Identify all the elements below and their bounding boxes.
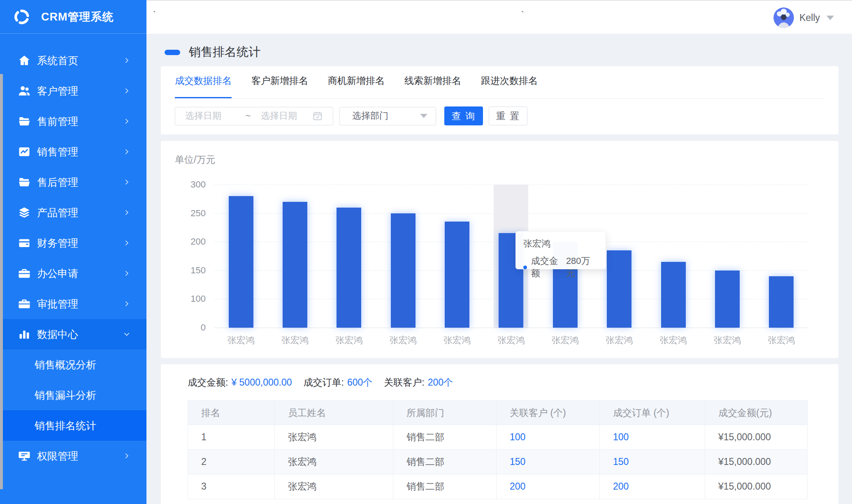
tab-跟进次数排名[interactable]: 跟进次数排名 bbox=[481, 74, 538, 98]
date-end-input[interactable]: 选择日期 bbox=[261, 110, 311, 122]
bar-series bbox=[214, 185, 808, 328]
bar[interactable] bbox=[337, 208, 361, 328]
bar[interactable] bbox=[391, 213, 416, 328]
tab-成交数据排名[interactable]: 成交数据排名 bbox=[175, 74, 232, 98]
sidebar-item-数据中心[interactable]: 数据中心 bbox=[0, 319, 146, 349]
bar-chart-icon bbox=[18, 328, 30, 340]
sidebar-item-办公申请[interactable]: 办公申请 bbox=[0, 258, 146, 289]
bar[interactable] bbox=[661, 262, 686, 328]
department-select[interactable]: 选择部门 bbox=[339, 107, 436, 125]
chart-bar-slot[interactable] bbox=[376, 185, 430, 328]
tab-客户新增排名[interactable]: 客户新增排名 bbox=[251, 74, 308, 98]
date-range-picker[interactable]: 选择日期 ~ 选择日期 bbox=[175, 107, 333, 125]
sidebar-item-label: 审批管理 bbox=[37, 297, 123, 311]
cell-name: 张宏鸿 bbox=[275, 450, 393, 474]
sidebar-item-审批管理[interactable]: 审批管理 bbox=[0, 289, 146, 319]
x-axis-category-label: 张宏鸿 bbox=[646, 334, 700, 347]
chart-bar-slot[interactable] bbox=[646, 185, 700, 328]
chevron-right-icon bbox=[123, 209, 130, 216]
sidebar-item-label: 客户管理 bbox=[37, 84, 123, 98]
sidebar-scrollbar-thumb[interactable] bbox=[0, 74, 3, 489]
x-axis-category-label: 张宏鸿 bbox=[538, 334, 592, 347]
bar[interactable] bbox=[445, 222, 469, 328]
briefcase-icon bbox=[18, 298, 30, 310]
chart-bar-slot[interactable] bbox=[754, 185, 808, 328]
cell-link-customers[interactable]: 100 bbox=[497, 425, 600, 450]
folder-icon bbox=[18, 115, 30, 127]
column-header: 排名 bbox=[188, 401, 275, 425]
query-button[interactable]: 查 询 bbox=[444, 106, 483, 125]
chevron-right-icon bbox=[123, 148, 130, 155]
sidebar-item-售后管理[interactable]: 售后管理 bbox=[0, 167, 146, 197]
monitor-icon bbox=[18, 450, 30, 462]
bar-chart-plot: 0100150200250300 bbox=[214, 185, 808, 328]
bar[interactable] bbox=[607, 250, 631, 328]
table-row: 1张宏鸿销售二部100100¥15,000.000 bbox=[188, 425, 808, 450]
page-title-row: 销售排名统计 bbox=[161, 44, 838, 61]
sidebar-item-销售管理[interactable]: 销售管理 bbox=[0, 136, 146, 167]
x-axis-category-label: 张宏鸿 bbox=[430, 334, 484, 347]
avatar[interactable] bbox=[773, 7, 794, 28]
chevron-right-icon bbox=[123, 270, 130, 277]
chart-bar-slot[interactable] bbox=[268, 185, 322, 328]
bar[interactable] bbox=[229, 196, 253, 328]
date-range-separator: ~ bbox=[235, 111, 261, 121]
title-accent-pill bbox=[165, 50, 180, 55]
sidebar-subitem-销售漏斗分析[interactable]: 销售漏斗分析 bbox=[0, 380, 146, 410]
user-menu[interactable]: Kelly bbox=[773, 1, 834, 35]
sidebar-item-系统首页[interactable]: 系统首页 bbox=[0, 45, 146, 76]
sidebar-item-label: 权限管理 bbox=[37, 449, 123, 463]
cell-link-orders[interactable]: 200 bbox=[600, 474, 705, 499]
briefcase-icon bbox=[18, 267, 30, 280]
bar[interactable] bbox=[715, 270, 740, 328]
column-header: 关联客户 (个) bbox=[497, 401, 600, 425]
chart-bar-slot[interactable] bbox=[430, 185, 484, 328]
x-axis-category-label: 张宏鸿 bbox=[322, 334, 376, 347]
sidebar-subitem-label: 销售漏斗分析 bbox=[35, 388, 96, 402]
cell-department: 销售二部 bbox=[393, 450, 497, 474]
y-axis-tick-label: 200 bbox=[168, 236, 206, 247]
cell-link-orders[interactable]: 150 bbox=[600, 450, 705, 474]
app-logo: CRM管理系统 bbox=[0, 0, 146, 34]
tab-线索新增排名[interactable]: 线索新增排名 bbox=[404, 74, 461, 98]
wallet-icon bbox=[18, 237, 30, 249]
app-logo-icon bbox=[13, 8, 30, 25]
sidebar: CRM管理系统 系统首页客户管理售前管理销售管理售后管理产品管理财务管理办公申请… bbox=[0, 0, 146, 504]
sidebar-subitem-label: 销售排名统计 bbox=[35, 419, 96, 432]
chart-bar-slot[interactable] bbox=[322, 185, 376, 328]
sidebar-item-客户管理[interactable]: 客户管理 bbox=[0, 76, 146, 106]
summary-value: 600个 bbox=[347, 376, 372, 389]
cell-amount: ¥15,000.000 bbox=[705, 474, 808, 499]
cell-link-customers[interactable]: 200 bbox=[497, 474, 600, 499]
sidebar-item-label: 售前管理 bbox=[37, 115, 123, 128]
tab-商机新增排名[interactable]: 商机新增排名 bbox=[328, 74, 385, 98]
sidebar-subitem-销售概况分析[interactable]: 销售概况分析 bbox=[0, 349, 146, 380]
sidebar-item-label: 系统首页 bbox=[37, 54, 123, 67]
sidebar-item-label: 办公申请 bbox=[37, 267, 123, 280]
date-start-input[interactable]: 选择日期 bbox=[185, 110, 235, 122]
chart-x-axis-labels: 张宏鸿张宏鸿张宏鸿张宏鸿张宏鸿张宏鸿张宏鸿张宏鸿张宏鸿张宏鸿张宏鸿 bbox=[214, 334, 808, 347]
sidebar-item-权限管理[interactable]: 权限管理 bbox=[0, 441, 146, 471]
x-axis-category-label: 张宏鸿 bbox=[376, 334, 430, 347]
home-icon bbox=[18, 54, 30, 67]
folder-icon bbox=[18, 176, 30, 188]
sidebar-item-产品管理[interactable]: 产品管理 bbox=[0, 197, 146, 228]
cell-link-customers[interactable]: 150 bbox=[497, 450, 600, 474]
chart-bar-slot[interactable] bbox=[700, 185, 754, 328]
chart-bar-slot[interactable] bbox=[214, 185, 268, 328]
sidebar-subitem-销售排名统计[interactable]: 销售排名统计 bbox=[0, 410, 146, 441]
y-axis-tick-label: 250 bbox=[168, 208, 206, 219]
cell-rank: 1 bbox=[188, 425, 275, 450]
sidebar-item-财务管理[interactable]: 财务管理 bbox=[0, 228, 146, 258]
sidebar-item-label: 产品管理 bbox=[37, 206, 123, 220]
chart-card: 单位/万元 0100150200250300 张宏鸿张宏鸿张宏鸿张宏鸿张宏鸿张宏… bbox=[161, 141, 838, 358]
chevron-right-icon bbox=[123, 240, 130, 246]
reset-button[interactable]: 重 置 bbox=[489, 106, 527, 125]
cell-name: 张宏鸿 bbox=[275, 474, 393, 499]
bar[interactable] bbox=[769, 276, 794, 328]
cell-link-orders[interactable]: 100 bbox=[600, 425, 705, 450]
sidebar-item-售前管理[interactable]: 售前管理 bbox=[0, 106, 146, 136]
sidebar-item-label: 财务管理 bbox=[37, 236, 123, 250]
bar[interactable] bbox=[283, 202, 307, 328]
cell-amount: ¥15,000.000 bbox=[705, 425, 808, 450]
